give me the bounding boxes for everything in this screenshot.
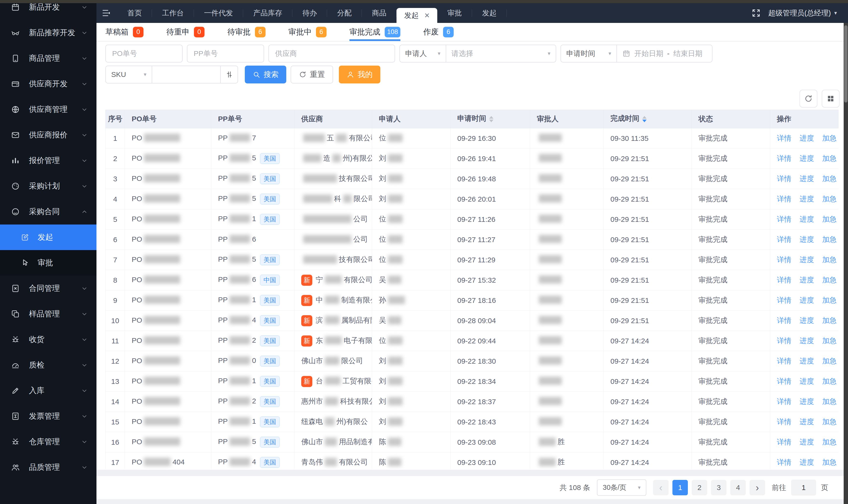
prev-page-button[interactable]: ‹	[653, 480, 669, 495]
action-link-加急[interactable]: 加急	[822, 337, 837, 345]
action-link-进度[interactable]: 进度	[799, 154, 814, 162]
sidebar-item-采购计划[interactable]: 采购计划	[0, 174, 96, 199]
action-link-详情[interactable]: 详情	[777, 418, 791, 426]
action-link-进度[interactable]: 进度	[799, 357, 814, 365]
action-link-加急[interactable]: 加急	[822, 175, 837, 183]
status-tab-草稿箱[interactable]: 草稿箱0	[105, 23, 144, 41]
search-button[interactable]: 搜索	[245, 66, 286, 84]
page-button-1[interactable]: 1	[672, 480, 688, 495]
page-size-select[interactable]: 30条/页 ▾	[597, 480, 646, 496]
action-link-进度[interactable]: 进度	[799, 377, 814, 385]
time-filter[interactable]: 申请时间 ▾ 开始日期 - 结束日期	[560, 44, 712, 62]
action-link-加急[interactable]: 加急	[822, 458, 837, 466]
sidebar-item-新品推荐开发[interactable]: 新品推荐开发	[0, 20, 96, 46]
action-link-详情[interactable]: 详情	[777, 256, 791, 264]
action-link-详情[interactable]: 详情	[777, 296, 791, 304]
action-link-加急[interactable]: 加急	[822, 418, 837, 426]
sliders-icon[interactable]	[221, 66, 238, 83]
sort-icons[interactable]	[642, 114, 647, 124]
goto-page-input[interactable]	[791, 480, 816, 496]
action-link-加急[interactable]: 加急	[822, 377, 837, 385]
sidebar-item-供应商报价[interactable]: 供应商报价	[0, 122, 96, 148]
refresh-table-button[interactable]	[799, 90, 817, 108]
sidebar-item-审批[interactable]: 审批	[0, 250, 96, 276]
time-type-select[interactable]: 申请时间 ▾	[561, 45, 616, 62]
top-nav-tab[interactable]: 发起	[472, 3, 507, 23]
top-nav-tab[interactable]: 产品库存	[243, 3, 292, 23]
fullscreen-icon[interactable]	[751, 8, 761, 18]
action-link-加急[interactable]: 加急	[822, 296, 837, 304]
action-link-进度[interactable]: 进度	[799, 296, 814, 304]
top-nav-tab[interactable]: 待办	[292, 3, 327, 23]
sidebar-item-收货[interactable]: 收货	[0, 327, 96, 352]
top-nav-tab[interactable]: 发起×	[397, 8, 437, 23]
status-tab-待审批[interactable]: 待审批6	[228, 23, 266, 41]
action-link-详情[interactable]: 详情	[777, 397, 791, 406]
action-link-进度[interactable]: 进度	[799, 337, 814, 345]
action-link-详情[interactable]: 详情	[777, 235, 791, 243]
action-link-详情[interactable]: 详情	[777, 134, 791, 142]
top-nav-tab[interactable]: 商品	[362, 3, 397, 23]
action-link-进度[interactable]: 进度	[799, 317, 814, 324]
top-nav-tab[interactable]: 首页	[117, 3, 152, 23]
action-link-加急[interactable]: 加急	[822, 235, 837, 243]
sidebar-item-入库[interactable]: 入库	[0, 378, 96, 403]
top-nav-tab[interactable]: 分配	[327, 3, 362, 23]
top-nav-tab[interactable]: 工作台	[152, 3, 194, 23]
sidebar-item-供应商开发[interactable]: 供应商开发	[0, 71, 96, 97]
status-tab-作废[interactable]: 作废6	[423, 23, 454, 41]
action-link-加急[interactable]: 加急	[822, 154, 837, 162]
sort-icons[interactable]	[489, 114, 493, 124]
action-link-进度[interactable]: 进度	[799, 397, 814, 406]
action-link-加急[interactable]: 加急	[822, 134, 837, 142]
action-link-详情[interactable]: 详情	[777, 195, 791, 203]
sidebar-item-新品开发[interactable]: 新品开发	[0, 3, 96, 20]
top-nav-tab[interactable]: 一件代发	[194, 3, 243, 23]
action-link-加急[interactable]: 加急	[822, 397, 837, 406]
action-link-加急[interactable]: 加急	[822, 357, 837, 365]
action-link-进度[interactable]: 进度	[799, 256, 814, 264]
page-button-4[interactable]: 4	[730, 480, 746, 495]
po-number-input[interactable]	[105, 44, 183, 62]
sku-type-select[interactable]: SKU ▾	[106, 66, 152, 83]
action-link-加急[interactable]: 加急	[822, 438, 837, 446]
applicant-type-select[interactable]: 申请人 ▾	[400, 45, 446, 62]
action-link-详情[interactable]: 详情	[777, 154, 791, 162]
pp-number-input[interactable]	[187, 44, 264, 62]
action-link-加急[interactable]: 加急	[822, 256, 837, 264]
applicant-value-select[interactable]: 请选择 ▾	[446, 45, 556, 62]
action-link-进度[interactable]: 进度	[799, 215, 814, 223]
sidebar-item-合同管理[interactable]: 合同管理	[0, 276, 96, 301]
sidebar-item-样品管理[interactable]: 样品管理	[0, 301, 96, 327]
sidebar-item-质检[interactable]: 质检	[0, 352, 96, 378]
mine-button[interactable]: 我的	[339, 66, 380, 84]
supplier-input[interactable]	[268, 44, 395, 62]
action-link-进度[interactable]: 进度	[799, 276, 814, 284]
action-link-详情[interactable]: 详情	[777, 438, 791, 446]
action-link-详情[interactable]: 详情	[777, 215, 791, 223]
action-link-加急[interactable]: 加急	[822, 195, 837, 203]
action-link-进度[interactable]: 进度	[799, 418, 814, 426]
action-link-详情[interactable]: 详情	[777, 175, 791, 183]
column-header-申请时间[interactable]: 申请时间	[451, 110, 530, 128]
action-link-进度[interactable]: 进度	[799, 195, 814, 203]
page-button-2[interactable]: 2	[692, 480, 707, 495]
sidebar-item-仓库管理[interactable]: 仓库管理	[0, 429, 96, 454]
reset-button[interactable]: 重置	[291, 66, 333, 84]
column-settings-button[interactable]	[822, 90, 840, 108]
sidebar-item-采购合同[interactable]: 采购合同	[0, 199, 96, 224]
action-link-进度[interactable]: 进度	[799, 438, 814, 446]
sidebar-item-品质管理[interactable]: 品质管理	[0, 454, 96, 480]
action-link-加急[interactable]: 加急	[822, 317, 837, 324]
sidebar-item-发票管理[interactable]: 发票管理	[0, 403, 96, 429]
user-menu[interactable]: 超级管理员(总经理) ▾	[768, 8, 837, 18]
sidebar-item-报价管理[interactable]: 报价管理	[0, 148, 96, 174]
sidebar-item-发起[interactable]: 发起	[0, 224, 96, 250]
status-tab-审批中[interactable]: 审批中6	[288, 23, 327, 41]
top-nav-tab[interactable]: 审批	[437, 3, 472, 23]
sku-filter[interactable]: SKU ▾	[105, 66, 238, 84]
column-header-完成时间[interactable]: 完成时间	[604, 110, 692, 128]
action-link-进度[interactable]: 进度	[799, 175, 814, 183]
action-link-详情[interactable]: 详情	[777, 276, 791, 284]
action-link-加急[interactable]: 加急	[822, 276, 837, 284]
